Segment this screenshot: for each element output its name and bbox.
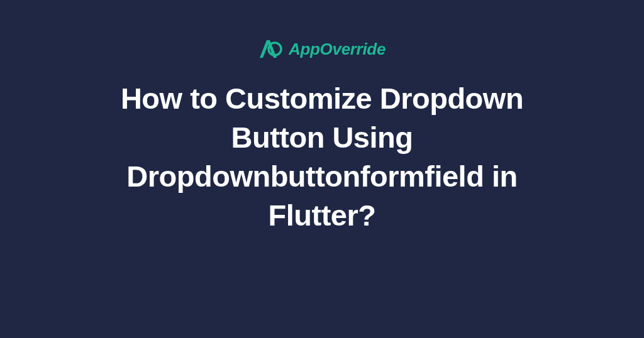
- brand-logo: AppOverride: [258, 39, 386, 59]
- appoverride-logo-icon: [258, 39, 282, 59]
- page-title: How to Customize Dropdown Button Using D…: [83, 79, 561, 235]
- brand-name: AppOverride: [289, 40, 386, 59]
